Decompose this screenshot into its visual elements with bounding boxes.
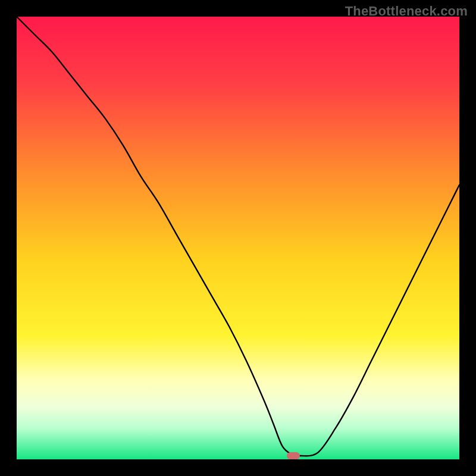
chart-background-gradient [17,17,459,459]
optimal-point-marker [287,452,300,459]
watermark-text: TheBottleneck.com [345,4,468,19]
chart-frame: TheBottleneck.com [0,0,476,476]
bottleneck-chart [17,17,459,459]
